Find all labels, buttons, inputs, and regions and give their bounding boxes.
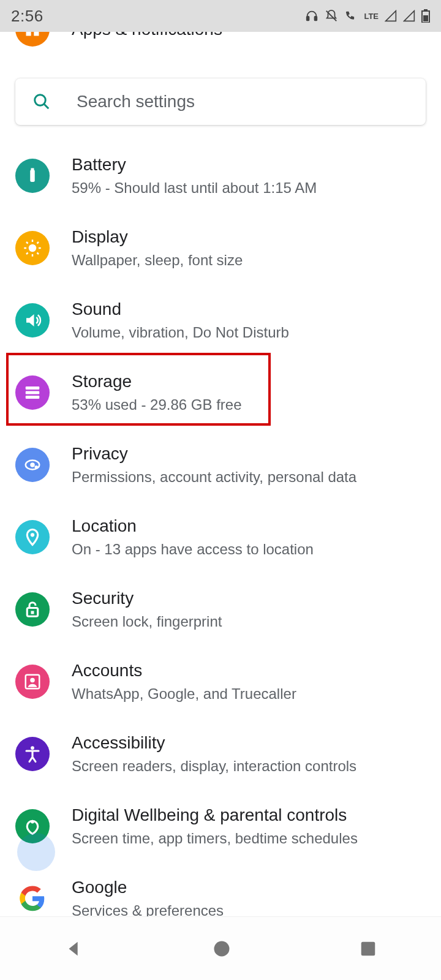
navigation-bar [0, 916, 441, 980]
apps-icon [15, 32, 50, 47]
svg-line-22 [37, 242, 39, 244]
svg-point-28 [35, 466, 39, 469]
search-bar[interactable] [15, 78, 426, 125]
wellbeing-subtitle: Screen time, app timers, bedtime schedul… [72, 829, 358, 848]
svg-line-21 [26, 253, 28, 255]
settings-item-battery[interactable]: Battery 59% - Should last until about 1:… [0, 140, 441, 212]
battery-icon [15, 159, 50, 193]
svg-line-20 [37, 253, 39, 255]
signal-1-icon [385, 10, 397, 22]
sound-icon [15, 303, 50, 337]
accounts-title: Accounts [72, 660, 296, 681]
status-icons: LTE [305, 9, 430, 23]
location-icon [15, 520, 50, 554]
settings-content: Apps & notifications Battery 59% - Shoul… [0, 32, 441, 916]
settings-item-security[interactable]: Security Screen lock, fingerprint [0, 573, 441, 646]
status-bar: 2:56 LTE [0, 0, 441, 32]
privacy-title: Privacy [72, 443, 356, 464]
display-title: Display [72, 227, 243, 247]
svg-rect-25 [26, 396, 40, 399]
settings-list[interactable]: Battery 59% - Should last until about 1:… [0, 140, 441, 916]
settings-item-sound[interactable]: Sound Volume, vibration, Do Not Disturb [0, 284, 441, 356]
sound-subtitle: Volume, vibration, Do Not Disturb [72, 323, 289, 342]
google-icon [15, 881, 50, 916]
svg-rect-13 [31, 168, 34, 171]
settings-item-apps[interactable]: Apps & notifications [0, 32, 441, 53]
display-icon [15, 231, 50, 265]
recents-button[interactable] [359, 940, 377, 958]
security-subtitle: Screen lock, fingerprint [72, 612, 222, 631]
svg-rect-5 [423, 15, 428, 21]
accounts-icon [15, 665, 50, 699]
location-subtitle: On - 13 apps have access to location [72, 540, 314, 559]
settings-item-accounts[interactable]: Accounts WhatsApp, Google, and Truecalle… [0, 646, 441, 718]
svg-rect-23 [26, 386, 40, 390]
accessibility-subtitle: Screen readers, display, interaction con… [72, 757, 356, 775]
svg-point-10 [35, 95, 46, 106]
svg-point-33 [30, 678, 35, 683]
settings-item-accessibility[interactable]: Accessibility Screen readers, display, i… [0, 718, 441, 790]
headphones-icon [305, 9, 318, 23]
display-subtitle: Wallpaper, sleep, font size [72, 251, 243, 270]
google-subtitle: Services & preferences [72, 902, 224, 916]
svg-point-29 [31, 533, 34, 537]
svg-rect-9 [34, 32, 39, 36]
clock: 2:56 [11, 7, 43, 26]
settings-item-google[interactable]: Google Services & preferences [0, 862, 441, 916]
volte-call-icon [344, 9, 358, 23]
apps-title: Apps & notifications [72, 32, 222, 40]
settings-item-privacy[interactable]: Privacy Permissions, account activity, p… [0, 429, 441, 501]
svg-point-34 [31, 746, 34, 750]
storage-icon [15, 375, 50, 410]
svg-point-36 [214, 941, 229, 956]
storage-subtitle: 53% used - 29.86 GB free [72, 396, 242, 414]
privacy-subtitle: Permissions, account activity, personal … [72, 468, 356, 486]
signal-2-icon [403, 10, 415, 22]
search-input[interactable] [77, 92, 426, 111]
back-button[interactable] [64, 938, 85, 959]
svg-line-19 [26, 242, 28, 244]
settings-item-storage[interactable]: Storage 53% used - 29.86 GB free [0, 356, 441, 429]
sound-title: Sound [72, 299, 289, 320]
svg-point-27 [30, 462, 35, 467]
svg-rect-0 [307, 17, 309, 20]
security-title: Security [72, 588, 222, 609]
accessibility-title: Accessibility [72, 733, 356, 753]
search-icon [32, 92, 51, 111]
svg-rect-8 [26, 32, 31, 36]
storage-title: Storage [72, 371, 242, 392]
svg-point-14 [29, 244, 37, 252]
lte-label: LTE [364, 12, 379, 21]
svg-rect-1 [315, 17, 317, 20]
home-button[interactable] [213, 940, 231, 958]
privacy-icon [15, 448, 50, 482]
google-title: Google [72, 877, 224, 898]
svg-line-11 [44, 104, 49, 109]
battery-icon [421, 9, 430, 23]
nav-hint-bubble [17, 833, 55, 871]
settings-item-location[interactable]: Location On - 13 apps have access to loc… [0, 501, 441, 573]
wellbeing-title: Digital Wellbeing & parental controls [72, 805, 358, 826]
svg-rect-24 [26, 391, 40, 394]
settings-item-display[interactable]: Display Wallpaper, sleep, font size [0, 212, 441, 284]
accessibility-icon [15, 737, 50, 771]
location-title: Location [72, 516, 314, 537]
svg-rect-12 [30, 170, 35, 182]
accounts-subtitle: WhatsApp, Google, and Truecaller [72, 685, 296, 703]
dnd-icon [325, 9, 338, 23]
battery-title: Battery [72, 154, 317, 175]
security-icon [15, 592, 50, 627]
svg-rect-31 [31, 611, 34, 614]
svg-rect-37 [361, 941, 375, 956]
settings-item-wellbeing[interactable]: Digital Wellbeing & parental controls Sc… [0, 790, 441, 862]
battery-subtitle: 59% - Should last until about 1:15 AM [72, 179, 317, 197]
